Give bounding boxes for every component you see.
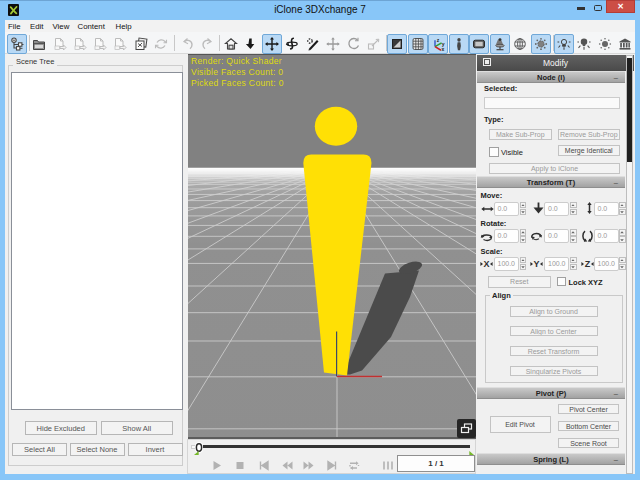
svg-text:Y: Y (533, 259, 539, 269)
svg-text:X: X (483, 259, 489, 269)
svg-text:z: z (437, 37, 440, 43)
svg-text:Z: Z (585, 259, 591, 269)
svg-text:x: x (442, 46, 445, 51)
